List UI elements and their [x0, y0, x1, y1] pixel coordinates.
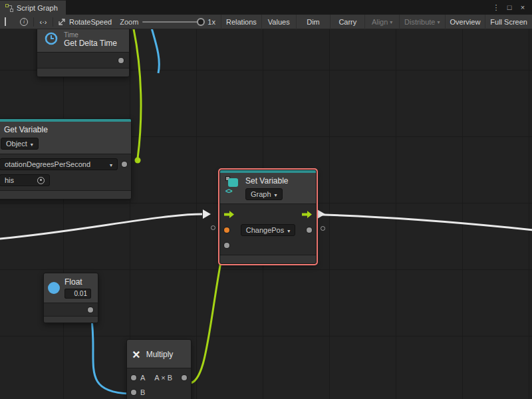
- carry-button[interactable]: Carry: [330, 15, 364, 29]
- overview-button[interactable]: Overview: [445, 15, 485, 29]
- zoom-control: Zoom 1x: [116, 18, 219, 26]
- flow-in-port[interactable]: [224, 211, 234, 218]
- green-wire-endpoint-port[interactable]: [135, 158, 141, 164]
- code-view-icon[interactable]: ‹·›: [35, 15, 51, 29]
- toolbar-separator: [53, 17, 53, 27]
- full-screen-button[interactable]: Full Screen: [485, 15, 532, 29]
- graph-asset[interactable]: RotateSpeed: [55, 18, 116, 26]
- variable-name-dropdown[interactable]: otationDegreesPerSecond ▾: [0, 158, 118, 170]
- graph-canvas[interactable]: Time Get Delta Time Get Variable Object …: [0, 29, 532, 399]
- node-multiply[interactable]: × Multiply A A × B B: [126, 339, 192, 399]
- toolbar-buttons: Relations Values Dim Carry Align ▾ Distr…: [221, 15, 532, 29]
- variable-scope-dropdown[interactable]: Object ▾: [1, 138, 39, 150]
- flow-wire-out-arrow: [317, 209, 325, 219]
- float-icon: [48, 282, 60, 294]
- close-icon[interactable]: ×: [517, 2, 528, 13]
- relations-button[interactable]: Relations: [221, 15, 261, 29]
- node-title: Get Delta Time: [64, 39, 117, 48]
- node-title: Set Variable: [245, 176, 288, 186]
- set-variable-icon: <>: [225, 176, 241, 195]
- flow-wire-in[interactable]: [0, 214, 202, 239]
- chevron-down-icon: ▾: [287, 228, 290, 234]
- dim-button[interactable]: Dim: [296, 15, 331, 29]
- variable-scope-dropdown[interactable]: Graph ▾: [245, 188, 283, 200]
- graph-arrows-icon: [59, 18, 66, 25]
- variable-name-port[interactable]: [224, 227, 229, 233]
- values-button[interactable]: Values: [261, 15, 296, 29]
- distribute-button: Distribute ▾: [399, 15, 444, 29]
- output-port[interactable]: [307, 227, 312, 233]
- output-port[interactable]: [182, 375, 187, 380]
- zoom-value: 1x: [207, 18, 215, 26]
- input-b-label: B: [140, 388, 145, 396]
- input-b-port[interactable]: [131, 390, 136, 395]
- node-title: Get Variable: [4, 125, 48, 134]
- graph-name: RotateSpeed: [69, 18, 112, 26]
- menu-icon[interactable]: ⋮: [491, 2, 501, 13]
- lock-icon[interactable]: [0, 15, 16, 29]
- zoom-slider[interactable]: [142, 21, 203, 23]
- script-graph-window: Script Graph ⋮ □ × i ‹·› RotateSpeed Zoo…: [0, 0, 532, 399]
- output-port[interactable]: [88, 307, 93, 313]
- node-set-variable[interactable]: <> Set Variable Graph ▾: [219, 170, 317, 264]
- value-wire-green-top[interactable]: [131, 29, 141, 158]
- flow-out-port[interactable]: [302, 211, 312, 218]
- align-button: Align ▾: [364, 15, 399, 29]
- external-port-ring-right[interactable]: [321, 226, 325, 231]
- graph-toolbar: i ‹·› RotateSpeed Zoom 1x Relations Valu…: [0, 15, 532, 29]
- chevron-down-icon: ▾: [31, 142, 33, 148]
- zoom-label: Zoom: [120, 18, 138, 26]
- tab-script-graph[interactable]: Script Graph: [0, 0, 66, 15]
- chevron-down-icon: ▾: [437, 19, 440, 25]
- node-title: Float: [65, 277, 91, 287]
- output-label: A × B: [149, 374, 178, 382]
- flow-wire-out[interactable]: [301, 214, 532, 231]
- toolbar-separator: [33, 17, 34, 27]
- maximize-icon[interactable]: □: [504, 2, 515, 13]
- object-picker-icon[interactable]: [37, 177, 45, 184]
- output-port[interactable]: [122, 162, 127, 167]
- window-controls: ⋮ □ ×: [491, 0, 532, 15]
- node-float[interactable]: Float 0.01: [43, 273, 98, 323]
- chevron-down-icon: ▾: [275, 192, 277, 198]
- node-get-variable[interactable]: Get Variable Object ▾ otationDegreesPerS…: [0, 118, 132, 200]
- multiply-icon: ×: [132, 348, 140, 361]
- input-a-label: A: [140, 374, 145, 382]
- info-icon[interactable]: i: [16, 15, 32, 29]
- chevron-down-icon: ▾: [110, 162, 112, 168]
- value-input-port[interactable]: [224, 243, 229, 248]
- script-graph-icon: [5, 4, 13, 12]
- node-get-delta-time[interactable]: Time Get Delta Time: [37, 29, 130, 77]
- tab-title: Script Graph: [17, 4, 58, 12]
- tab-bar: Script Graph ⋮ □ ×: [0, 0, 532, 15]
- float-value-input[interactable]: 0.01: [65, 289, 91, 299]
- output-port[interactable]: [118, 58, 124, 63]
- input-a-port[interactable]: [131, 375, 136, 380]
- value-wire-blue-bottom[interactable]: [90, 311, 129, 394]
- external-port-ring-left[interactable]: [211, 225, 215, 230]
- flow-wire-in-arrow: [203, 209, 211, 219]
- clock-icon: [44, 31, 59, 46]
- chevron-down-icon: ▾: [390, 19, 392, 25]
- zoom-slider-knob[interactable]: [197, 18, 205, 26]
- value-wire-blue-top[interactable]: [149, 29, 159, 73]
- variable-name-dropdown[interactable]: ChangePos ▾: [241, 224, 296, 236]
- target-object-field[interactable]: his: [0, 174, 50, 186]
- node-title: Multiply: [146, 350, 174, 359]
- node-category: Time: [64, 31, 117, 39]
